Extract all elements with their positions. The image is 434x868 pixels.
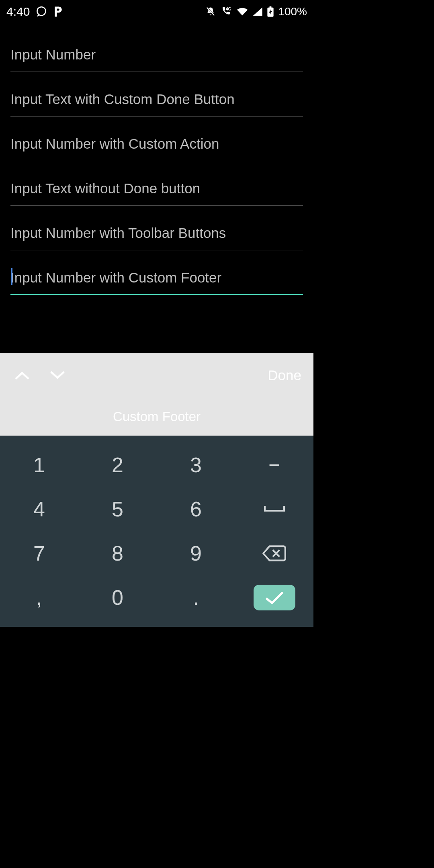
clock: 4:40 [6, 5, 30, 18]
key-4[interactable]: 4 [0, 487, 78, 531]
key-backspace[interactable] [235, 531, 313, 575]
key-enter[interactable] [235, 575, 313, 620]
key-7[interactable]: 7 [0, 531, 78, 575]
key-minus[interactable]: − [235, 443, 313, 487]
key-3[interactable]: 3 [157, 443, 235, 487]
p-icon [53, 6, 63, 18]
svg-rect-5 [270, 6, 272, 8]
wifi-icon [236, 7, 248, 16]
input-text-no-done[interactable] [10, 173, 303, 206]
status-bar: 4:40 4G [0, 0, 313, 23]
enter-icon [254, 585, 295, 610]
signal-icon [252, 7, 263, 16]
status-right: 4G 100% [205, 5, 307, 18]
key-2[interactable]: 2 [78, 443, 157, 487]
input-number-custom-footer[interactable] [10, 262, 303, 295]
key-space[interactable] [235, 487, 313, 531]
volte-call-icon: 4G [220, 6, 232, 17]
content [0, 23, 313, 353]
key-5[interactable]: 5 [78, 487, 157, 531]
svg-text:4G: 4G [226, 7, 231, 11]
keyboard-accessory-toolbar: Done [0, 353, 313, 398]
key-6[interactable]: 6 [157, 487, 235, 531]
whatsapp-icon [35, 6, 47, 18]
svg-point-0 [37, 7, 46, 15]
battery-charging-icon [267, 6, 274, 17]
next-field-button[interactable] [46, 364, 69, 387]
status-left: 4:40 [6, 5, 63, 18]
done-button[interactable]: Done [268, 367, 303, 383]
key-1[interactable]: 1 [0, 443, 78, 487]
prev-field-button[interactable] [10, 364, 34, 387]
input-number-custom-action[interactable] [10, 129, 303, 161]
key-0[interactable]: 0 [78, 575, 157, 620]
numeric-keypad: 1 2 3 − 4 5 6 7 8 9 , 0 . [0, 436, 313, 627]
dnd-icon [205, 6, 216, 17]
custom-footer: Custom Footer [0, 398, 313, 436]
input-number-toolbar[interactable] [10, 218, 303, 250]
input-text-custom-done[interactable] [10, 84, 303, 117]
input-number[interactable] [10, 39, 303, 72]
key-8[interactable]: 8 [78, 531, 157, 575]
battery-percentage: 100% [278, 5, 307, 18]
key-period[interactable]: . [157, 575, 235, 620]
input-cursor [10, 262, 303, 307]
key-comma[interactable]: , [0, 575, 78, 620]
key-9[interactable]: 9 [157, 531, 235, 575]
